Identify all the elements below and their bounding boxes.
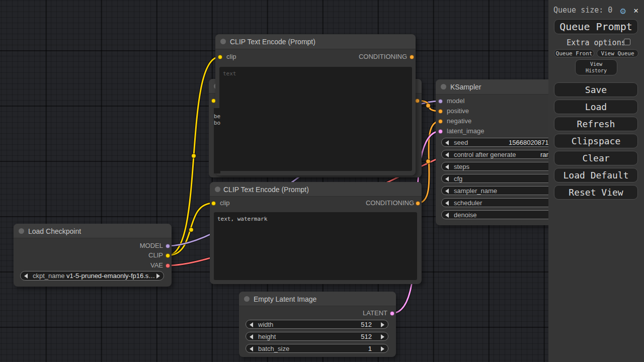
output-port-vae[interactable] <box>166 263 170 268</box>
prompt-textarea[interactable]: text <box>219 67 412 171</box>
widget-label: sampler_name <box>454 187 497 195</box>
node-ksampler[interactable]: KSampler model positive negative latent_… <box>436 79 564 225</box>
prompt-text-line: bo <box>214 120 220 126</box>
decrement-arrow-icon[interactable] <box>445 189 449 194</box>
refresh-button[interactable]: Refresh <box>554 117 638 131</box>
input-port-latent-image[interactable] <box>438 129 443 134</box>
prompt-textarea[interactable]: text, watermark <box>214 212 417 280</box>
widget-label: scheduler <box>454 199 482 207</box>
output-port-clip[interactable] <box>166 253 170 258</box>
node-empty-latent-image[interactable]: Empty Latent Image LATENT width 512 heig… <box>239 292 396 357</box>
widget-label: denoise <box>454 211 477 219</box>
widget-ckpt-name[interactable]: ckpt_name v1-5-pruned-emaonly-fp16.s… <box>20 271 164 281</box>
node-collapse-dot[interactable] <box>215 187 220 192</box>
load-button[interactable]: Load <box>554 100 638 114</box>
wire-clip-to-negative-prompt <box>168 203 213 255</box>
extra-options-label: Extra options <box>567 38 625 47</box>
reset-view-button[interactable]: Reset View <box>554 185 638 200</box>
prompt-text-line: be <box>214 113 220 120</box>
input-port-negative[interactable] <box>438 119 443 124</box>
queue-prompt-button[interactable]: Queue Prompt <box>554 19 638 34</box>
queue-front-button[interactable]: Queue Front <box>554 49 594 57</box>
increment-arrow-icon[interactable] <box>381 334 384 339</box>
widget-label: height <box>258 333 276 340</box>
output-label-clip: CLIP <box>148 251 163 259</box>
widget-height[interactable]: height 512 <box>246 332 388 341</box>
output-port-conditioning[interactable] <box>416 201 420 206</box>
extra-options-checkbox[interactable] <box>624 39 630 45</box>
decrement-arrow-icon[interactable] <box>250 334 253 339</box>
view-history-label: History <box>586 67 607 74</box>
link-dot <box>192 154 196 158</box>
input-port-model[interactable] <box>438 99 443 104</box>
decrement-arrow-icon[interactable] <box>24 274 28 279</box>
view-queue-button[interactable]: View Queue <box>597 49 638 57</box>
clear-button[interactable]: Clear <box>554 151 638 165</box>
node-collapse-dot[interactable] <box>19 228 24 234</box>
node-title: CLIP Text Encode (Prompt) <box>230 38 315 46</box>
input-label-model: model <box>447 97 464 105</box>
widget-sampler-name[interactable]: sampler_name <box>441 186 559 195</box>
widget-batch-size[interactable]: batch_size 1 <box>246 344 388 353</box>
node-graph-canvas[interactable]: bebo CLIP Text Encode (Prompt) clip COND… <box>0 0 548 362</box>
widget-label: steps <box>454 163 469 170</box>
close-icon[interactable]: ✕ <box>633 6 638 15</box>
output-port-latent[interactable] <box>390 311 394 316</box>
node-title: CLIP Text Encode (Prompt) <box>223 186 309 194</box>
save-button[interactable]: Save <box>554 82 638 97</box>
widget-label: ckpt_name <box>33 272 65 280</box>
widget-label: cfg <box>454 175 462 183</box>
decrement-arrow-icon[interactable] <box>445 201 449 206</box>
decrement-arrow-icon[interactable] <box>250 346 253 351</box>
decrement-arrow-icon[interactable] <box>445 213 449 218</box>
input-label-negative: negative <box>447 117 471 125</box>
node-clip-text-encode-negative[interactable]: CLIP Text Encode (Prompt) clip CONDITION… <box>210 182 422 284</box>
output-port-model[interactable] <box>166 244 170 248</box>
widget-cfg[interactable]: cfg <box>441 174 559 183</box>
load-default-button[interactable]: Load Default <box>554 168 638 183</box>
input-label-clip: clip <box>226 53 236 60</box>
input-port-positive[interactable] <box>438 109 443 114</box>
link-dot <box>189 228 194 232</box>
widget-label: width <box>258 321 273 328</box>
output-label-model: MODEL <box>140 242 163 249</box>
input-port-clip[interactable] <box>211 201 216 206</box>
input-label-positive: positive <box>447 107 469 115</box>
node-collapse-dot[interactable] <box>220 39 226 44</box>
output-label-conditioning: CONDITIONING <box>366 199 414 207</box>
input-port-clip[interactable] <box>218 55 222 59</box>
link-dot <box>426 159 431 164</box>
node-collapse-dot[interactable] <box>244 296 250 302</box>
node-clip-text-encode-positive[interactable]: CLIP Text Encode (Prompt) clip CONDITION… <box>215 34 416 175</box>
increment-arrow-icon[interactable] <box>156 274 160 279</box>
decrement-arrow-icon[interactable] <box>445 164 449 169</box>
widget-seed[interactable]: seed 15668020871 <box>441 138 559 147</box>
node-load-checkpoint[interactable]: Load Checkpoint MODEL CLIP VAE ckpt_name… <box>14 224 172 287</box>
decrement-arrow-icon[interactable] <box>445 176 449 182</box>
input-label-clip: clip <box>220 199 230 207</box>
output-label-conditioning: CONDITIONING <box>359 53 407 60</box>
widget-value: 512 <box>361 333 372 340</box>
link-dot <box>426 104 431 108</box>
widget-scheduler[interactable]: scheduler <box>441 198 559 207</box>
gear-icon[interactable]: ⚙ <box>620 5 626 16</box>
increment-arrow-icon[interactable] <box>381 346 384 351</box>
view-history-label: View <box>590 61 602 67</box>
clipspace-button[interactable]: Clipspace <box>554 134 638 148</box>
widget-steps[interactable]: steps <box>441 162 559 171</box>
decrement-arrow-icon[interactable] <box>250 322 253 327</box>
comfy-menu: Queue size: 0 ⚙ ✕ Queue Prompt Extra opt… <box>548 0 644 362</box>
view-history-button[interactable]: View History <box>575 59 617 75</box>
widget-width[interactable]: width 512 <box>246 320 388 329</box>
widget-label: batch_size <box>258 345 289 352</box>
output-port-conditioning[interactable] <box>410 55 414 59</box>
widget-value: 15668020871 <box>509 139 549 146</box>
widget-denoise[interactable]: denoise <box>441 210 559 219</box>
node-collapse-dot[interactable] <box>441 84 446 89</box>
widget-label: seed <box>454 139 468 146</box>
decrement-arrow-icon[interactable] <box>445 152 449 157</box>
increment-arrow-icon[interactable] <box>381 322 384 327</box>
decrement-arrow-icon[interactable] <box>445 140 449 145</box>
prompt-textarea-clipped[interactable]: bebo <box>214 108 220 173</box>
widget-control-after-generate[interactable]: control after generate randomize <box>441 150 559 159</box>
